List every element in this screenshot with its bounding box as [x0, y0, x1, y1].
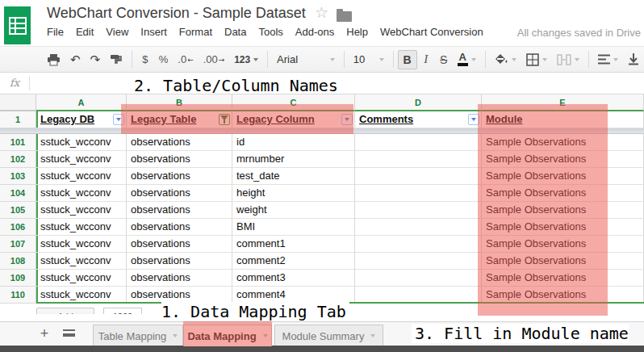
filter-dropdown-icon[interactable]: [341, 114, 353, 125]
formula-bar[interactable]: fx: [0, 73, 644, 94]
grid-cell[interactable]: sstuck_wcconv: [36, 253, 127, 270]
grid-cell[interactable]: comment3: [232, 270, 355, 287]
borders-button[interactable]: [521, 50, 552, 69]
grid-cell[interactable]: sstuck_wcconv: [36, 236, 127, 253]
grid-cell[interactable]: sstuck_wcconv: [36, 168, 127, 185]
column-header-d[interactable]: D: [355, 94, 482, 111]
row-number[interactable]: 102: [0, 151, 36, 168]
all-sheets-menu-icon[interactable]: [63, 329, 75, 337]
menu-addons[interactable]: Add-ons: [295, 26, 334, 38]
grid-cell[interactable]: comment2: [232, 253, 355, 270]
strikethrough-button[interactable]: S: [435, 50, 453, 69]
grid-cell[interactable]: [355, 202, 482, 219]
grid-cell[interactable]: Sample Observations: [482, 219, 644, 236]
header-cell-module[interactable]: Module: [482, 111, 644, 128]
document-title[interactable]: WebChart Conversion - Sample Dataset: [47, 5, 306, 22]
menu-tools[interactable]: Tools: [258, 26, 282, 38]
row-number[interactable]: 101: [0, 134, 36, 151]
menu-edit[interactable]: Edit: [76, 26, 94, 38]
column-header-a[interactable]: A: [36, 94, 127, 111]
menu-format[interactable]: Format: [179, 26, 212, 38]
tab-data-mapping[interactable]: Data Mapping: [183, 325, 272, 346]
percent-format-button[interactable]: %: [154, 50, 174, 69]
horizontal-align-button[interactable]: [593, 50, 623, 69]
grid-cell[interactable]: observations: [127, 185, 232, 202]
grid-cell[interactable]: [355, 168, 482, 185]
grid-cell[interactable]: BMI: [232, 219, 355, 236]
menu-data[interactable]: Data: [224, 26, 246, 38]
grid-cell[interactable]: observations: [127, 202, 232, 219]
grid-cell[interactable]: id: [232, 134, 355, 151]
hidden-rows-indicator[interactable]: [0, 128, 644, 134]
grid-cell[interactable]: observations: [127, 219, 232, 236]
grid-cell[interactable]: Sample Observations: [482, 151, 644, 168]
grid-cell[interactable]: Sample Observations: [482, 253, 644, 270]
row-number[interactable]: 106: [0, 219, 36, 236]
fill-color-button[interactable]: [490, 50, 522, 69]
sheets-logo-icon[interactable]: [4, 6, 31, 44]
row-number[interactable]: 109: [0, 270, 36, 287]
grid-cell[interactable]: sstuck_wcconv: [36, 202, 127, 219]
row-number[interactable]: 1: [0, 111, 36, 128]
grid-cell[interactable]: Sample Observations: [482, 287, 644, 304]
grid-cell[interactable]: sstuck_wcconv: [36, 270, 127, 287]
row-number[interactable]: 104: [0, 185, 36, 202]
grid-cell[interactable]: Sample Observations: [482, 270, 644, 287]
menu-file[interactable]: File: [47, 26, 64, 38]
grid-cell[interactable]: [355, 134, 482, 151]
column-header-b[interactable]: B: [127, 94, 232, 111]
bold-button[interactable]: B: [398, 50, 417, 69]
row-number[interactable]: 108: [0, 253, 36, 270]
number-format-menu[interactable]: 123: [229, 50, 263, 69]
add-sheet-button[interactable]: +: [36, 325, 53, 342]
grid-cell[interactable]: observations: [127, 168, 232, 185]
paint-format-button[interactable]: [105, 50, 128, 69]
grid-cell[interactable]: [355, 253, 482, 270]
filter-dropdown-icon[interactable]: [113, 114, 124, 125]
grid-cell[interactable]: comment4: [232, 287, 355, 304]
grid-cell[interactable]: observations: [127, 134, 232, 151]
menu-view[interactable]: View: [106, 26, 128, 38]
folder-icon[interactable]: [337, 11, 352, 22]
column-header-c[interactable]: C: [232, 94, 355, 111]
grid-cell[interactable]: mrnumber: [232, 151, 355, 168]
grid-cell[interactable]: Sample Observations: [482, 202, 644, 219]
grid-cell[interactable]: [355, 185, 482, 202]
grid-cell[interactable]: Sample Observations: [482, 236, 644, 253]
grid-cell[interactable]: [355, 219, 482, 236]
grid-cell[interactable]: observations: [127, 253, 232, 270]
grid-cell[interactable]: [355, 287, 482, 304]
font-size-select[interactable]: 10: [349, 50, 389, 69]
grid-cell[interactable]: [355, 236, 482, 253]
grid-cell[interactable]: Sample Observations: [482, 168, 644, 185]
grid-cell[interactable]: weight: [232, 202, 355, 219]
grid-cell[interactable]: height: [232, 185, 355, 202]
filter-dropdown-icon[interactable]: [468, 114, 479, 125]
vertical-align-button[interactable]: [623, 50, 644, 69]
currency-format-button[interactable]: $: [136, 50, 154, 69]
menu-insert[interactable]: Insert: [140, 26, 167, 38]
grid-cell[interactable]: Sample Observations: [482, 134, 644, 151]
print-button[interactable]: [42, 50, 65, 69]
decrease-decimal-button[interactable]: .0←: [173, 50, 198, 69]
menu-webchart-conversion[interactable]: WebChart Conversion: [380, 26, 483, 38]
row-number[interactable]: 107: [0, 236, 36, 253]
row-number[interactable]: 110: [0, 287, 36, 304]
redo-button[interactable]: ↷: [85, 50, 105, 69]
grid-cell[interactable]: sstuck_wcconv: [36, 185, 127, 202]
italic-button[interactable]: I: [417, 50, 435, 69]
header-cell-comments[interactable]: Comments: [355, 111, 482, 128]
grid-cell[interactable]: observations: [127, 151, 232, 168]
grid-cell[interactable]: comment1: [232, 236, 355, 253]
grid-cell[interactable]: sstuck_wcconv: [36, 219, 127, 236]
grid-cell[interactable]: observations: [127, 236, 232, 253]
grid-cell[interactable]: sstuck_wcconv: [36, 134, 127, 151]
font-family-select[interactable]: Arial: [272, 50, 340, 69]
undo-button[interactable]: ↶: [65, 50, 86, 69]
star-icon[interactable]: ☆: [315, 3, 328, 21]
grid-cell[interactable]: sstuck_wcconv: [36, 287, 127, 304]
text-color-button[interactable]: A: [453, 50, 481, 69]
tab-table-mapping[interactable]: Table Mapping: [93, 325, 183, 346]
grid-cell[interactable]: [355, 151, 482, 168]
header-cell-legacy-column[interactable]: Legacy Column: [232, 111, 355, 128]
